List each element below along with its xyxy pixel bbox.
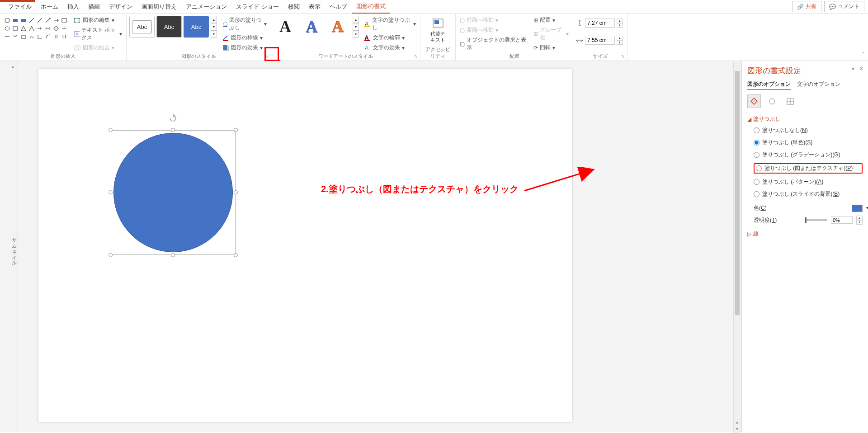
resize-handle[interactable] (171, 253, 175, 257)
wa-down[interactable]: ▾ (353, 23, 359, 30)
effects-tab-icon[interactable] (765, 94, 779, 108)
alt-text-button[interactable]: 代替テ キスト (428, 16, 448, 45)
svg-text:A: A (75, 32, 78, 36)
group-label: サイズ (576, 52, 624, 61)
pane-close[interactable]: ✕ (859, 66, 863, 72)
tab-file[interactable]: ファイル (4, 1, 36, 13)
svg-text:A: A (365, 35, 368, 41)
width-icon (576, 37, 583, 44)
resize-handle[interactable] (234, 128, 238, 132)
resize-handle[interactable] (108, 190, 113, 194)
resize-handle[interactable] (108, 253, 113, 257)
pane-tab-text[interactable]: 文字のオプション (797, 80, 840, 90)
rotate-handle[interactable] (169, 114, 177, 122)
svg-text:A: A (365, 21, 368, 27)
group-label: ワードアートのスタイル (274, 52, 417, 61)
next-slide[interactable]: ▾ (736, 426, 738, 431)
send-backward-button: ▢背面へ移動▾ (458, 26, 528, 34)
width-input[interactable] (585, 36, 615, 45)
selection-pane-button[interactable]: ▢オブジェクトの選択と表示 (458, 36, 528, 52)
tab-anim[interactable]: アニメーション (181, 1, 231, 13)
size-launcher[interactable]: ⤡ (619, 53, 626, 60)
group-label: 図形の挿入 (3, 52, 123, 61)
shape-effects-button[interactable]: 図形の効果▾ (221, 43, 268, 52)
resize-handle[interactable] (234, 253, 238, 257)
comment-button[interactable]: 💬コメント (824, 1, 864, 12)
tab-show[interactable]: スライド ショー (231, 1, 283, 13)
svg-rect-19 (223, 40, 228, 41)
fill-none-radio[interactable]: 塗りつぶしなし(N) (754, 127, 863, 134)
fill-line-icon[interactable] (747, 94, 761, 108)
height-icon (576, 19, 583, 27)
resize-handle[interactable] (234, 190, 238, 194)
transparency-slider[interactable] (805, 219, 827, 221)
align-button[interactable]: ⊞配置▾ (532, 16, 570, 24)
svg-rect-8 (21, 36, 26, 38)
pane-tab-shape[interactable]: 図形のオプション (747, 80, 791, 90)
tab-insert[interactable]: 挿入 (63, 1, 84, 13)
wa-up[interactable]: ▴ (353, 16, 359, 23)
rotate-button[interactable]: ⟳回転▾ (532, 43, 570, 52)
annotation-box-launcher (264, 47, 279, 61)
transparency-input[interactable] (831, 216, 853, 224)
svg-rect-18 (223, 26, 227, 27)
resize-handle[interactable] (171, 128, 175, 132)
fill-slidebg-radio[interactable]: 塗りつぶし (スライドの背景)(B) (754, 190, 863, 198)
share-button[interactable]: 🔗共有 (792, 1, 821, 12)
vertical-scrollbar[interactable]: ▴ ▾ (733, 62, 741, 433)
circle-shape[interactable] (113, 133, 233, 252)
gallery-up[interactable]: ▴ (211, 16, 217, 23)
tab-design[interactable]: デザイン (104, 1, 137, 13)
svg-rect-7 (13, 27, 18, 30)
fill-pattern-radio[interactable]: 塗りつぶし (パターン)(A) (754, 178, 863, 186)
thumbnail-rail[interactable]: ▸ サムネイル (0, 61, 18, 432)
prev-slide[interactable]: ▴ (736, 419, 738, 424)
group-label: 配置 (458, 52, 570, 61)
line-section-header[interactable]: ▷線 (747, 230, 863, 238)
edit-shape-button[interactable]: 図形の編集▾ (72, 16, 123, 24)
svg-rect-9 (75, 19, 79, 22)
svg-point-6 (5, 27, 9, 30)
shape-style-gallery[interactable]: Abc Abc Abc ▴ ▾ ▾ (129, 16, 217, 38)
tab-draw[interactable]: 描画 (84, 1, 104, 13)
color-label: 色(C) (754, 204, 767, 212)
textbox-button[interactable]: A テキスト ボックス▾ (72, 26, 123, 42)
gallery-down[interactable]: ▾ (211, 23, 217, 30)
tab-view[interactable]: 表示 (304, 1, 325, 13)
text-effects-button[interactable]: A文字の効果▾ (363, 43, 417, 52)
tab-trans[interactable]: 画面切り替え (137, 1, 181, 13)
pane-menu[interactable]: ▾ (852, 66, 854, 72)
tab-review[interactable]: 校閲 (283, 1, 304, 13)
slide-canvas[interactable] (18, 61, 741, 432)
tab-shape-format[interactable]: 図形の書式 (352, 0, 390, 14)
wa-more[interactable]: ▾ (353, 30, 359, 38)
resize-handle[interactable] (108, 128, 113, 132)
shapes-gallery[interactable] (3, 16, 69, 41)
height-input-row: ▴▾ (576, 19, 623, 28)
wordart-gallery[interactable]: A A A ▴ ▾ ▾ (274, 16, 359, 38)
fill-solid-radio[interactable]: 塗りつぶし (単色)(S) (754, 139, 863, 146)
scrollbar-thumb[interactable] (735, 71, 740, 315)
text-fill-button[interactable]: A文字の塗りつぶし▾ (363, 16, 417, 32)
height-input[interactable] (585, 19, 615, 28)
fill-picture-radio[interactable]: 塗りつぶし (図またはテクスチャ)(P) (754, 163, 863, 174)
collapse-ribbon[interactable]: ˇ (863, 52, 864, 58)
gallery-more[interactable]: ▾ (211, 30, 217, 38)
group-button: ⊞グループ化▾ (532, 26, 570, 42)
wordart-launcher[interactable]: ⤡ (412, 53, 419, 60)
fill-color-picker[interactable] (852, 205, 863, 212)
tab-home[interactable]: ホーム (36, 1, 63, 13)
shape-fill-button[interactable]: 図形の塗りつぶし▾ (221, 16, 268, 32)
svg-line-3 (29, 18, 34, 23)
tab-help[interactable]: ヘルプ (325, 1, 352, 13)
selected-shape[interactable] (111, 130, 236, 255)
svg-point-0 (5, 18, 9, 23)
fill-gradient-radio[interactable]: 塗りつぶし (グラデーション)(G) (754, 151, 863, 159)
svg-text:A: A (365, 45, 368, 51)
shape-outline-button[interactable]: 図形の枠線▾ (221, 33, 268, 42)
text-outline-button[interactable]: A文字の輪郭▾ (363, 33, 417, 42)
size-props-icon[interactable] (783, 94, 797, 108)
fill-section-header[interactable]: ◢塗りつぶし (747, 115, 863, 123)
annotation-text-2: 2.塗りつぶし（図またはテクスチャ）をクリック (321, 183, 519, 195)
svg-rect-1 (13, 19, 18, 22)
